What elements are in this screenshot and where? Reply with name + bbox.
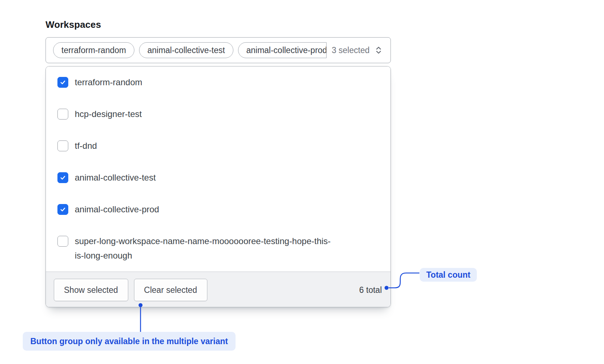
chevron-up-down-icon [374, 46, 383, 55]
option-label: terraform-random [75, 75, 142, 90]
selected-tag[interactable]: terraform-random [53, 42, 134, 58]
options-list: terraform-random hcp-designer-test tf-dn… [46, 66, 391, 272]
total-count-text: 6 total [359, 285, 382, 295]
selected-tag-clipped[interactable]: animal-collective-prod [238, 42, 327, 58]
option-label: animal-collective-test [75, 170, 156, 185]
option-label: hcp-designer-test [75, 107, 142, 121]
checkbox[interactable] [57, 77, 68, 88]
dropdown-panel: terraform-random hcp-designer-test tf-dn… [46, 66, 391, 307]
selected-tag[interactable]: animal-collective-test [139, 42, 233, 58]
check-icon [59, 78, 67, 86]
option-row[interactable]: hcp-designer-test [46, 98, 391, 130]
checkbox[interactable] [57, 236, 68, 247]
panel-footer: Show selected Clear selected 6 total [46, 272, 391, 307]
button-group-annotation: Button group only available in the multi… [23, 332, 236, 351]
selection-summary: 3 selected [332, 46, 370, 55]
option-label: animal-collective-prod [75, 202, 159, 217]
page: Workspaces terraform-random animal-colle… [0, 0, 604, 364]
clear-selected-button[interactable]: Clear selected [134, 279, 207, 301]
option-row[interactable]: super-long-workspace-name-name-moooooore… [46, 225, 391, 272]
option-row[interactable]: animal-collective-test [46, 162, 391, 194]
option-row[interactable]: tf-dnd [46, 130, 391, 162]
total-count-annotation: Total count [420, 268, 477, 282]
option-row[interactable]: animal-collective-prod [46, 194, 391, 225]
field-label: Workspaces [46, 20, 391, 30]
show-selected-button[interactable]: Show selected [54, 279, 128, 301]
checkbox[interactable] [57, 140, 68, 151]
option-row[interactable]: terraform-random [46, 66, 391, 98]
checkbox[interactable] [57, 172, 68, 183]
option-label: super-long-workspace-name-name-moooooore… [75, 234, 338, 263]
checkbox[interactable] [57, 204, 68, 215]
multiselect-trigger[interactable]: terraform-random animal-collective-test … [46, 37, 391, 63]
checkbox[interactable] [57, 109, 68, 120]
check-icon [59, 174, 67, 182]
selection-summary-group: 3 selected [332, 46, 383, 55]
option-label: tf-dnd [75, 139, 97, 153]
workspaces-field: Workspaces terraform-random animal-colle… [46, 20, 391, 307]
selected-tags: terraform-random animal-collective-test … [53, 42, 327, 58]
check-icon [59, 205, 67, 213]
